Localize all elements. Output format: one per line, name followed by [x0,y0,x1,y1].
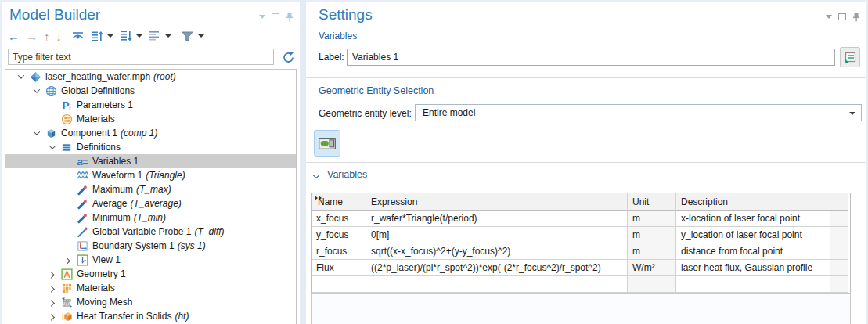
globe-icon [45,85,57,97]
tree-item-waveform-1[interactable]: Waveform 1 (Triangle) [5,168,296,182]
cell-expression[interactable]: ((2*p_laser)/(pi*r_spot^2))*exp(-(2*r_fo… [366,260,628,276]
collapse-icon[interactable] [29,84,45,98]
cell-description[interactable]: x-location of laser focal point [676,211,830,227]
node-label-button[interactable] [149,30,171,42]
pin-icon[interactable] [286,12,294,22]
cell-expression[interactable]: sqrt((x-x_focus)^2+(y-y_focus)^2) [366,243,628,260]
cell-name[interactable]: y_focus [312,227,366,243]
active-selection-toggle-button[interactable] [314,130,340,157]
go-back-button[interactable]: ← [8,31,20,42]
tree-item-global-materials[interactable]: Materials [5,112,296,126]
collapse-icon[interactable] [29,126,45,140]
pin-icon[interactable] [852,12,860,22]
column-header-description[interactable]: Description [676,193,830,211]
entity-level-select[interactable]: Entire model [415,104,862,121]
tree-item-moving-mesh[interactable]: Moving Mesh [5,295,296,309]
cell-name[interactable]: r_focus [312,243,366,260]
tree-item-root[interactable]: laser_heating_wafer.mph (root) [5,70,296,84]
column-header-expression[interactable]: Expression [366,193,628,211]
indent-spacer [45,112,60,126]
tree-filter-input[interactable] [8,49,274,65]
model-builder-panel: Model Builder ← → ↑ ↓ [2,2,300,324]
tree-item-global-variable-probe-1[interactable]: Global Variable Probe 1 (T_diff) [5,225,296,239]
move-columns-icon [315,196,322,200]
column-header-name[interactable]: Name [312,193,366,211]
cell-description[interactable]: distance from focal point [676,243,830,260]
tree-item-component-1[interactable]: Component 1 (comp 1) [5,126,296,140]
tree-item-minimum[interactable]: Minimum (T_min) [5,211,296,225]
dropdown-caret-icon [136,34,142,38]
parameters-icon: Pᵢ [60,99,73,111]
cell-description[interactable] [676,276,830,293]
settings-panel: Settings Variables Label: Geometric Enti… [306,2,866,324]
cell-name[interactable]: x_focus [312,211,366,227]
view-icon [76,254,88,266]
collapse-all-button[interactable] [91,30,113,42]
go-forward-button[interactable]: → [26,31,38,42]
expand-icon[interactable] [45,309,60,323]
expand-all-button[interactable] [120,30,142,42]
tree-item-boundary-system-1[interactable]: Boundary System 1 (sys 1) [5,239,296,253]
tree-item-maximum[interactable]: Maximum (T_max) [5,182,296,196]
model-builder-title: Model Builder [9,6,100,23]
tree-item-parameters-1[interactable]: Pᵢ Parameters 1 [5,98,296,112]
list-up-icon [91,30,103,42]
tree-item-variables-1[interactable]: a= Variables 1 [5,154,296,168]
cell-unit[interactable]: m [628,227,676,243]
tree-item-geometry-1[interactable]: Geometry 1 [5,267,296,281]
entity-level-label: Geometric entity level: [319,108,412,119]
tree-item-view-1[interactable]: View 1 [5,253,296,267]
table-empty-area[interactable] [311,293,851,324]
cell-description[interactable]: y_location of laser focal point [676,227,830,243]
cell-expression[interactable] [366,276,628,293]
move-up-button[interactable]: ↑ [44,31,50,42]
collapse-section-icon[interactable] [313,172,319,178]
tree-item-global-definitions[interactable]: Global Definitions [5,84,296,98]
panel-menu-icon[interactable] [259,15,265,19]
cell-name[interactable]: Flux [312,260,366,276]
cell-blank [830,276,848,293]
cell-unit[interactable]: m [628,211,676,227]
variables-section-heading: Variables [327,169,367,180]
show-button[interactable] [71,30,85,42]
component-cube-icon [45,127,57,139]
collapse-icon[interactable] [45,140,60,154]
indent-spacer [60,196,76,211]
probe-icon [76,211,88,224]
node-filter-button[interactable] [181,30,204,42]
label-input[interactable] [347,49,835,66]
cell-expression[interactable]: r_wafer*Triangle(t/period) [366,211,628,227]
expand-icon[interactable] [60,253,76,267]
model-tree: laser_heating_wafer.mph (root) Global De… [5,69,297,324]
cell-name[interactable] [312,276,366,293]
up-arrow-icon: ↑ [44,31,50,42]
column-header-unit[interactable]: Unit [628,193,676,211]
float-panel-icon[interactable] [838,13,846,20]
dropdown-caret-icon [198,34,204,38]
tree-item-heat-transfer-in-solids[interactable]: Heat Transfer in Solids (ht) [5,309,296,323]
collapse-icon[interactable] [13,70,29,84]
refresh-button[interactable] [280,49,296,65]
cell-description[interactable]: laser heat flux, Gaussian profile [676,260,830,276]
panel-splitter[interactable] [300,0,306,324]
panel-menu-icon[interactable] [826,15,832,19]
variables-icon: a= [76,155,88,167]
expand-icon[interactable] [45,267,60,281]
tree-item-average[interactable]: Average (T_average) [5,196,296,211]
expand-icon[interactable] [45,281,60,295]
cell-expression[interactable]: 0[m] [366,227,628,243]
global-probe-icon [76,225,88,238]
expand-icon[interactable] [45,295,60,309]
chevron-down-icon [849,112,855,115]
move-down-button[interactable]: ↓ [56,31,63,42]
model-builder-toolbar: ← → ↑ ↓ [8,27,204,45]
tree-item-materials[interactable]: Materials [5,281,296,295]
cell-unit[interactable]: m [628,243,676,260]
cell-unit[interactable]: W/m² [628,260,676,276]
model-root-icon [29,70,41,83]
show-options-button[interactable] [840,47,860,67]
float-panel-icon[interactable] [272,13,279,20]
geometry-icon [60,268,73,280]
cell-unit[interactable] [628,276,676,293]
tree-item-definitions[interactable]: Definitions [5,140,296,154]
